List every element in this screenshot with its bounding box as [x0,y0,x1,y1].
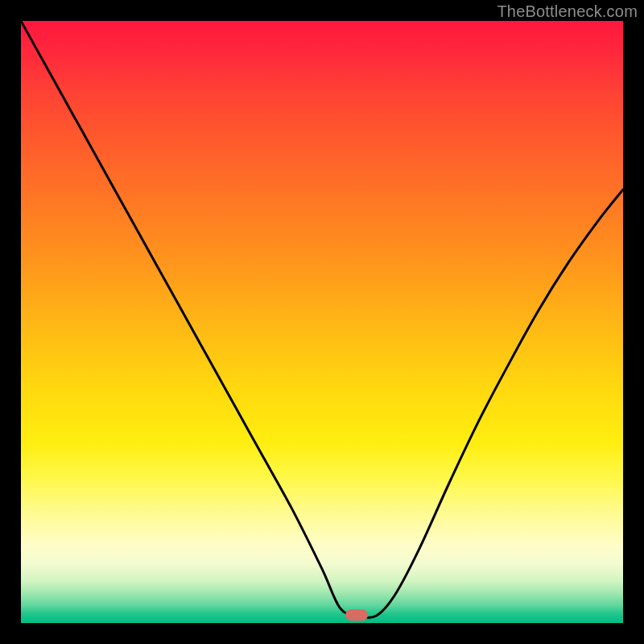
watermark-text: TheBottleneck.com [497,2,638,21]
plot-area [21,21,623,623]
optimal-point-marker [345,609,368,621]
bottleneck-curve [21,21,623,623]
